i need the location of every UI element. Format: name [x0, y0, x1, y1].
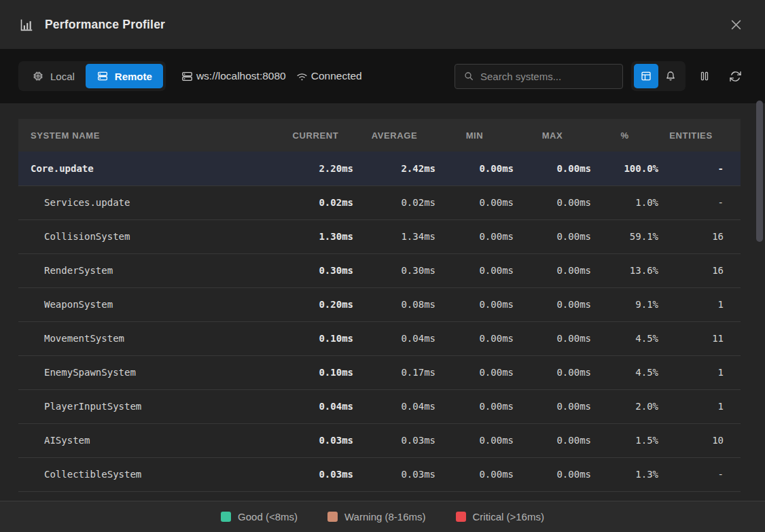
- systems-table: SYSTEM NAME CURRENT AVERAGE MIN MAX % EN…: [18, 119, 741, 501]
- current-cell: 0.03ms: [278, 457, 353, 491]
- bell-icon: [664, 70, 677, 82]
- current-cell: 1.30ms: [278, 219, 353, 253]
- column-header-average[interactable]: AVERAGE: [353, 119, 435, 152]
- column-header-min[interactable]: MIN: [435, 119, 514, 152]
- good-swatch: [221, 512, 231, 522]
- server-icon: [96, 70, 109, 82]
- current-cell: [278, 491, 353, 501]
- table-row[interactable]: RenderSystem 0.30ms 0.30ms 0.00ms 0.00ms…: [18, 253, 741, 287]
- percent-cell: 13.6%: [591, 253, 658, 287]
- bar-chart-icon: [19, 18, 33, 32]
- entities-cell: 16: [658, 219, 741, 253]
- pause-icon: [698, 70, 711, 82]
- pause-button[interactable]: [693, 65, 716, 88]
- entities-cell: 1: [658, 355, 741, 389]
- current-cell: 0.20ms: [278, 287, 353, 321]
- connection-status: Connected: [296, 70, 362, 83]
- table-view-icon: [640, 70, 652, 82]
- table-row[interactable]: Core.update 2.20ms 2.42ms 0.00ms 0.00ms …: [18, 152, 741, 185]
- average-cell: 0.03ms: [353, 423, 435, 457]
- entities-cell: 1: [658, 389, 741, 423]
- min-cell: 0.00ms: [435, 355, 514, 389]
- max-cell: 0.00ms: [514, 185, 591, 219]
- min-cell: 0.00ms: [435, 457, 514, 491]
- min-cell: 0.00ms: [435, 287, 514, 321]
- entities-cell: -: [658, 185, 741, 219]
- max-cell: 0.00ms: [514, 152, 591, 185]
- search-icon: [463, 71, 474, 82]
- system-name-cell: CollectibleSystem: [18, 457, 278, 491]
- system-name-cell: Core.update: [18, 152, 278, 185]
- average-cell: [353, 491, 435, 501]
- min-cell: [435, 491, 514, 501]
- search-input[interactable]: [480, 71, 616, 82]
- remote-tab[interactable]: Remote: [86, 64, 163, 88]
- column-header-entities[interactable]: ENTITIES: [658, 119, 741, 152]
- column-header-current[interactable]: CURRENT: [278, 119, 353, 152]
- entities-cell: 10: [658, 423, 741, 457]
- average-cell: 2.42ms: [353, 152, 435, 185]
- average-cell: 0.17ms: [353, 355, 435, 389]
- legend-item-critical: Critical (>16ms): [456, 511, 544, 522]
- system-name-cell: WeaponSystem: [18, 287, 278, 321]
- view-toggle: [631, 61, 686, 91]
- min-cell: 0.00ms: [435, 321, 514, 355]
- max-cell: 0.00ms: [514, 457, 591, 491]
- titlebar: Performance Profiler: [0, 0, 765, 49]
- percent-cell: 2.0%: [591, 389, 658, 423]
- vertical-scrollbar[interactable]: [756, 101, 763, 242]
- main-content: SYSTEM NAME CURRENT AVERAGE MIN MAX % EN…: [0, 103, 765, 501]
- table-row[interactable]: AISystem 0.03ms 0.03ms 0.00ms 0.00ms 1.5…: [18, 423, 741, 457]
- local-tab[interactable]: Local: [21, 64, 86, 88]
- connection-url: ws://localhost:8080: [181, 70, 286, 83]
- table-row[interactable]: MovementSystem 0.10ms 0.04ms 0.00ms 0.00…: [18, 321, 741, 355]
- table-row[interactable]: CollectibleSystem 0.03ms 0.03ms 0.00ms 0…: [18, 457, 741, 491]
- critical-label: Critical (>16ms): [473, 511, 544, 522]
- good-label: Good (<8ms): [238, 511, 298, 522]
- table-row[interactable]: PlayerInputSystem 0.04ms 0.04ms 0.00ms 0…: [18, 389, 741, 423]
- percent-cell: 4.5%: [591, 321, 658, 355]
- column-header-percent[interactable]: %: [591, 119, 658, 152]
- server-icon: [181, 70, 194, 83]
- entities-cell: 1: [658, 287, 741, 321]
- max-cell: [514, 491, 591, 501]
- table-header: SYSTEM NAME CURRENT AVERAGE MIN MAX % EN…: [18, 119, 741, 152]
- critical-swatch: [456, 512, 466, 522]
- table-row[interactable]: WeaponSystem 0.20ms 0.08ms 0.00ms 0.00ms…: [18, 287, 741, 321]
- table-body: Core.update 2.20ms 2.42ms 0.00ms 0.00ms …: [18, 152, 741, 501]
- table-row[interactable]: CollisionSystem 1.30ms 1.34ms 0.00ms 0.0…: [18, 219, 741, 253]
- systems-table-wrap: SYSTEM NAME CURRENT AVERAGE MIN MAX % EN…: [18, 119, 741, 501]
- current-cell: 0.04ms: [278, 389, 353, 423]
- legend-item-good: Good (<8ms): [221, 511, 298, 522]
- table-row[interactable]: Services.update 0.02ms 0.02ms 0.00ms 0.0…: [18, 185, 741, 219]
- system-name-cell: MovementSystem: [18, 321, 278, 355]
- legend-bar: Good (<8ms) Warning (8-16ms) Critical (>…: [0, 501, 765, 532]
- table-row[interactable]: [18, 491, 741, 501]
- wifi-icon: [296, 70, 308, 83]
- average-cell: 0.04ms: [353, 321, 435, 355]
- entities-cell: [658, 491, 741, 501]
- entities-cell: -: [658, 457, 741, 491]
- column-header-system-name[interactable]: SYSTEM NAME: [18, 119, 278, 152]
- current-cell: 0.10ms: [278, 321, 353, 355]
- max-cell: 0.00ms: [514, 389, 591, 423]
- max-cell: 0.00ms: [514, 219, 591, 253]
- system-name-cell: AISystem: [18, 423, 278, 457]
- system-name-cell: EnemySpawnSystem: [18, 355, 278, 389]
- current-cell: 0.03ms: [278, 423, 353, 457]
- alerts-button[interactable]: [658, 64, 683, 88]
- average-cell: 0.04ms: [353, 389, 435, 423]
- close-button[interactable]: [726, 15, 746, 35]
- average-cell: 0.30ms: [353, 253, 435, 287]
- max-cell: 0.00ms: [514, 253, 591, 287]
- column-header-max[interactable]: MAX: [514, 119, 591, 152]
- entities-cell: -: [658, 152, 741, 185]
- table-view-button[interactable]: [634, 64, 658, 88]
- min-cell: 0.00ms: [435, 253, 514, 287]
- refresh-button[interactable]: [724, 65, 747, 88]
- percent-cell: 1.0%: [591, 185, 658, 219]
- page-title: Performance Profiler: [45, 18, 165, 32]
- search-box: [455, 64, 623, 89]
- current-cell: 0.10ms: [278, 355, 353, 389]
- table-row[interactable]: EnemySpawnSystem 0.10ms 0.17ms 0.00ms 0.…: [18, 355, 741, 389]
